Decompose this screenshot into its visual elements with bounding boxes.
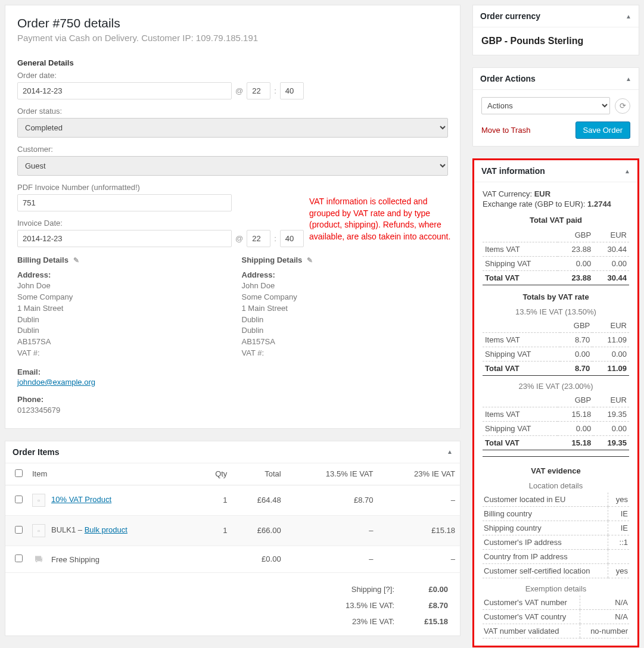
product-icon: ▫ (32, 494, 45, 507)
address-line: John Doe (17, 281, 224, 292)
order-currency-title: Order currency (480, 11, 540, 21)
cell-total: £66.00 (232, 515, 285, 546)
shipping-address-label: Address: (242, 270, 449, 279)
cell-vat2: – (378, 546, 460, 572)
order-items-panel: Order Items ▲ Item Qty Total 13.5% IE VA… (5, 441, 461, 636)
evidence-label: Shipping country (483, 521, 608, 535)
vat-total-label: Total VAT (483, 271, 558, 285)
invoice-date-input[interactable] (17, 230, 232, 247)
billing-title: Billing Details (17, 256, 69, 264)
email-label: Email: (17, 367, 224, 376)
table-row: ⛟Free Shipping£0.00–– (5, 546, 460, 572)
evidence-value (608, 550, 629, 564)
collapse-icon[interactable]: ▲ (626, 13, 631, 20)
address-line: VAT #: (242, 348, 449, 359)
shipping-title: Shipping Details (242, 256, 303, 264)
cell-vat1: – (286, 515, 378, 546)
vat-row-label: Items VAT (483, 242, 558, 257)
vat-rate-heading: 13.5% IE VAT (13.50%) (483, 307, 629, 316)
totals-by-rate-heading: Totals by VAT rate (483, 292, 629, 301)
invoice-num-input[interactable] (17, 194, 232, 211)
col-vat2: 23% IE VAT (378, 463, 460, 485)
collapse-icon[interactable]: ▲ (626, 76, 631, 82)
col-vat1: 13.5% IE VAT (286, 463, 378, 485)
evidence-value: ::1 (608, 535, 629, 550)
cell-qty: 1 (197, 515, 232, 546)
invoice-hour-input[interactable] (247, 230, 270, 247)
move-to-trash-link[interactable]: Move to Trash (481, 126, 530, 135)
order-items-table: Item Qty Total 13.5% IE VAT 23% IE VAT ▫… (5, 463, 460, 573)
evidence-label: Customer's IP address (483, 535, 608, 550)
truck-icon: ⛟ (32, 554, 45, 564)
row-checkbox[interactable] (15, 526, 23, 534)
order-min-input[interactable] (280, 82, 304, 99)
save-order-button[interactable]: Save Order (575, 122, 630, 139)
row-checkbox[interactable] (15, 554, 23, 562)
address-line: AB157SA (17, 337, 224, 348)
edit-billing-icon[interactable]: ✎ (73, 256, 79, 264)
vat-row-label: Shipping VAT (483, 257, 558, 271)
billing-address-label: Address: (17, 270, 224, 279)
evidence-value: yes (608, 493, 629, 507)
order-currency-panel: Order currency ▲ GBP - Pounds Sterling (472, 5, 639, 55)
cell-qty (197, 546, 232, 572)
vat-exchange-row: Exchange rate (GBP to EUR): 1.2744 (483, 200, 629, 208)
billing-phone: 0123345679 (17, 405, 224, 416)
address-line: AB157SA (242, 337, 449, 348)
invoice-num-label: PDF Invoice Number (unformatted!) (17, 183, 256, 192)
billing-details: Billing Details ✎ Address: John DoeSome … (17, 256, 224, 416)
collapse-icon[interactable]: ▲ (447, 448, 453, 455)
evidence-value: yes (608, 564, 629, 578)
cell-total: £0.00 (232, 546, 285, 572)
customer-select[interactable]: Guest (17, 156, 448, 176)
evidence-value: N/A (580, 596, 629, 610)
evidence-label: Country from IP address (483, 550, 608, 564)
phone-label: Phone: (17, 395, 224, 404)
colon-separator: : (274, 86, 276, 95)
order-status-select[interactable]: Completed (17, 118, 448, 138)
address-line: Dublin (242, 314, 449, 326)
order-items-title: Order Items (13, 447, 60, 457)
order-subtitle: Payment via Cash on Delivery. Customer I… (17, 33, 448, 43)
total-label: 13.5% IE VAT: (287, 597, 400, 613)
order-actions-panel: Order Actions ▲ Actions ⟳ Move to Trash … (472, 67, 639, 147)
item-name: Free Shipping (51, 555, 99, 564)
invoice-min-input[interactable] (280, 230, 304, 247)
evidence-value: IE (608, 521, 629, 535)
evidence-label: Customer self-certified location (483, 564, 608, 578)
at-separator: @ (235, 86, 243, 95)
select-all-checkbox[interactable] (15, 469, 23, 477)
shipping-details: Shipping Details ✎ Address: John DoeSome… (242, 256, 449, 416)
actions-select[interactable]: Actions (481, 97, 610, 114)
order-status-label: Order status: (17, 107, 448, 116)
order-title: Order #750 details (17, 16, 448, 30)
address-line: Some Company (242, 292, 449, 303)
address-line: Some Company (17, 292, 224, 303)
product-icon: ▫ (32, 524, 45, 537)
customer-label: Customer: (17, 145, 448, 154)
edit-shipping-icon[interactable]: ✎ (307, 256, 313, 264)
vat-info-panel: VAT information ▲ VAT Currency: EUR Exch… (472, 158, 639, 647)
exemption-details-table: Customer's VAT numberN/ACustomer's VAT c… (483, 596, 629, 638)
refresh-icon[interactable]: ⟳ (615, 98, 630, 114)
total-vat-table: GBPEUR Items VAT23.8830.44Shipping VAT0.… (483, 228, 629, 285)
order-totals: Shipping [?]:£0.0013.5% IE VAT:£8.7023% … (287, 581, 454, 630)
order-hour-input[interactable] (247, 82, 270, 99)
cell-vat1: – (286, 546, 378, 572)
product-link[interactable]: 10% VAT Product (51, 495, 111, 504)
billing-email-link[interactable]: johndoe@example.org (17, 378, 95, 387)
address-line: 1 Main Street (17, 303, 224, 314)
total-value: £15.18 (400, 613, 454, 630)
vat-currency-row: VAT Currency: EUR (483, 189, 629, 198)
collapse-icon[interactable]: ▲ (624, 168, 630, 175)
cell-total: £64.48 (232, 485, 285, 515)
location-details-table: Customer located in EUyesBilling country… (483, 493, 629, 578)
row-checkbox[interactable] (15, 496, 23, 503)
vat-rate-table: GBPEURItems VAT8.7011.09Shipping VAT0.00… (483, 319, 629, 376)
cell-vat1: £8.70 (286, 485, 378, 515)
col-total: Total (232, 463, 285, 485)
order-date-input[interactable] (17, 82, 232, 99)
product-link[interactable]: Bulk product (85, 525, 127, 534)
address-line: 1 Main Street (242, 303, 449, 314)
evidence-label: Customer located in EU (483, 493, 608, 507)
